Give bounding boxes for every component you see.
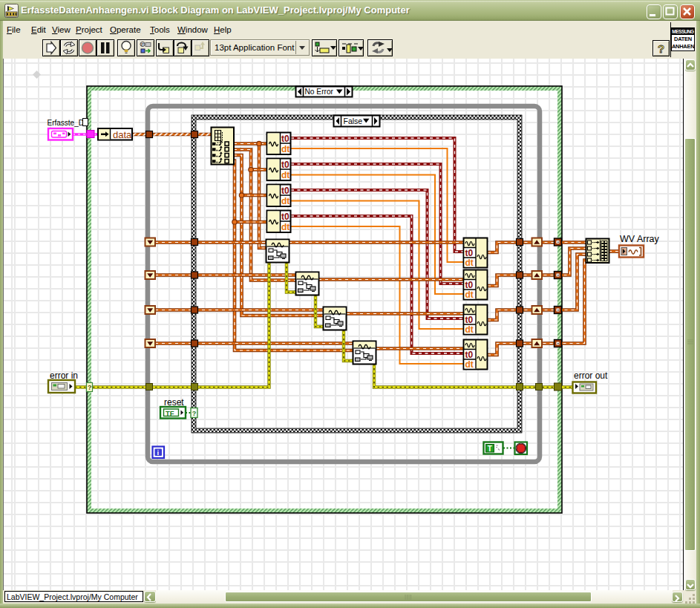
svg-text:t0: t0	[465, 315, 474, 325]
svg-text:?: ?	[192, 410, 197, 417]
svg-text:No Error: No Error	[305, 88, 334, 96]
svg-text:error out: error out	[574, 370, 608, 381]
svg-text:t0: t0	[281, 212, 290, 222]
svg-text:dt: dt	[281, 144, 290, 154]
svg-text:WV Array: WV Array	[620, 234, 660, 244]
svg-text:t0: t0	[281, 160, 290, 170]
svg-text:data: data	[113, 129, 132, 140]
svg-text:dt: dt	[281, 170, 290, 180]
svg-text:t0: t0	[465, 248, 474, 258]
svg-text:TF: TF	[166, 409, 174, 417]
svg-text:t0: t0	[465, 280, 474, 290]
svg-text:dt: dt	[465, 258, 474, 268]
svg-text:P: P	[141, 42, 144, 47]
svg-text:i: i	[157, 448, 160, 457]
svg-text:t0: t0	[281, 186, 290, 196]
svg-text:dt: dt	[465, 324, 474, 335]
svg-text:?: ?	[88, 384, 92, 391]
svg-text:t0: t0	[281, 134, 290, 144]
svg-text:dt: dt	[281, 222, 290, 232]
svg-text:?: ?	[658, 42, 664, 55]
svg-text:T: T	[488, 445, 492, 453]
svg-text:t0: t0	[465, 350, 474, 360]
svg-text:dt: dt	[281, 196, 290, 206]
svg-text:False: False	[344, 117, 363, 125]
svg-text:dt: dt	[465, 290, 474, 300]
svg-text:dt: dt	[465, 359, 474, 370]
svg-text:Erfasste_D: Erfasste_D	[48, 119, 84, 127]
